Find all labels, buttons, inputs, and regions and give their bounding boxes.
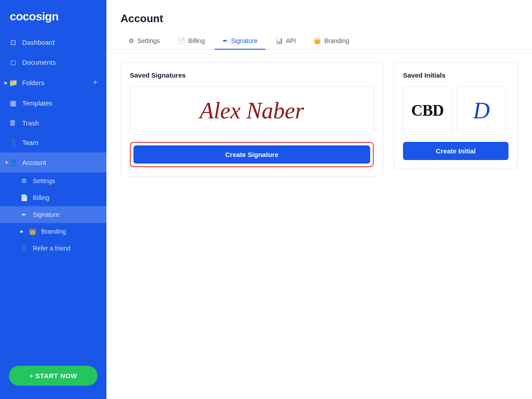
signature-preview-text: Alex Naber — [200, 98, 304, 124]
expand-arrow-account-icon: ▼ — [4, 160, 9, 165]
saved-signatures-card: Saved Signatures Alex Naber Create Signa… — [121, 62, 383, 176]
create-signature-button[interactable]: Create Signature — [133, 145, 370, 164]
tab-api[interactable]: 📊 API — [267, 33, 304, 50]
sidebar-subitem-refer[interactable]: 👤 Refer a friend — [0, 240, 106, 257]
tab-signature[interactable]: ✒ Signature — [215, 33, 266, 50]
trash-icon: 🗑 — [9, 119, 17, 127]
folders-icon: 📁 — [9, 78, 17, 87]
branding-tab-icon: 👑 — [313, 37, 321, 44]
sidebar-item-team[interactable]: 👤 Team — [0, 133, 106, 153]
sidebar-item-dashboard[interactable]: ⊡ Dashboard — [0, 32, 106, 52]
branding-icon: 👑 — [29, 228, 36, 235]
sidebar-subitem-billing[interactable]: 📄 Billing — [0, 189, 106, 206]
account-icon: 👤 — [9, 158, 17, 167]
main-content: Account ⚙ Settings 📄 Billing ✒ Signature… — [106, 0, 532, 399]
initial-item-d: D — [457, 86, 506, 135]
tab-billing[interactable]: 📄 Billing — [170, 33, 213, 50]
sub-item-label: Refer a friend — [33, 245, 70, 252]
sub-item-label: Signature — [33, 211, 59, 218]
sidebar-item-label: Dashboard — [22, 39, 55, 46]
main-header: Account ⚙ Settings 📄 Billing ✒ Signature… — [106, 0, 532, 50]
signature-tab-icon: ✒ — [223, 37, 228, 44]
sidebar-nav: ⊡ Dashboard ◻ Documents ▶ 📁 Folders + ▦ … — [0, 32, 106, 390]
sidebar-item-label: Documents — [22, 59, 56, 66]
saved-initials-title: Saved Initials — [403, 71, 509, 79]
api-tab-icon: 📊 — [275, 37, 283, 44]
documents-icon: ◻ — [9, 58, 17, 66]
sidebar-item-label: Templates — [22, 99, 52, 107]
initial-text-d: D — [473, 98, 490, 124]
sidebar-subitem-branding[interactable]: ▶ 👑 Branding — [0, 223, 106, 240]
saved-initials-card: Saved Initials CBD D Create Initial — [394, 62, 518, 169]
billing-tab-icon: 📄 — [178, 37, 185, 44]
create-initial-button[interactable]: Create Initial — [403, 142, 509, 160]
sidebar-item-label: Team — [22, 139, 39, 146]
initials-list: CBD D — [403, 86, 509, 135]
settings-icon: ⚙ — [20, 177, 27, 184]
sidebar-subitem-settings[interactable]: ⚙ Settings — [0, 172, 106, 189]
create-signature-button-wrapper: Create Signature — [130, 142, 374, 167]
tabs-bar: ⚙ Settings 📄 Billing ✒ Signature 📊 API 👑 — [121, 33, 518, 49]
sub-item-label: Settings — [33, 177, 55, 184]
sidebar-item-templates[interactable]: ▦ Templates — [0, 93, 106, 113]
add-folder-button[interactable]: + — [93, 78, 98, 87]
sub-item-label: Branding — [41, 228, 66, 235]
page-title: Account — [121, 12, 518, 25]
settings-tab-icon: ⚙ — [129, 37, 134, 44]
sidebar-item-label: Folders — [22, 79, 44, 86]
sidebar: cocosign ⊡ Dashboard ◻ Documents ▶ 📁 Fol… — [0, 0, 106, 399]
sub-item-label: Billing — [33, 194, 49, 201]
start-now-button[interactable]: + START NOW — [9, 366, 98, 386]
signature-icon: ✒ — [20, 211, 27, 218]
saved-signatures-title: Saved Signatures — [130, 71, 374, 79]
refer-icon: 👤 — [20, 245, 27, 252]
expand-branding-icon: ▶ — [20, 229, 23, 234]
sidebar-item-label: Account — [22, 159, 46, 166]
app-logo: cocosign — [0, 0, 106, 32]
content-area: Saved Signatures Alex Naber Create Signa… — [106, 50, 532, 189]
templates-icon: ▦ — [9, 99, 17, 107]
tab-branding[interactable]: 👑 Branding — [305, 33, 357, 50]
sidebar-item-folders[interactable]: ▶ 📁 Folders + — [0, 72, 106, 93]
sidebar-item-account[interactable]: ▼ 👤 Account — [0, 153, 106, 172]
tab-settings[interactable]: ⚙ Settings — [121, 33, 168, 50]
sidebar-subitem-signature[interactable]: ✒ Signature — [0, 206, 106, 223]
dashboard-icon: ⊡ — [9, 38, 17, 47]
initial-item-cbd: CBD — [403, 86, 452, 135]
expand-arrow-icon: ▶ — [4, 80, 8, 85]
sidebar-item-trash[interactable]: 🗑 Trash — [0, 113, 106, 133]
team-icon: 👤 — [9, 138, 17, 147]
billing-icon: 📄 — [20, 194, 27, 201]
sidebar-item-documents[interactable]: ◻ Documents — [0, 52, 106, 72]
sidebar-item-label: Trash — [22, 119, 39, 127]
initial-text-cbd: CBD — [411, 101, 443, 120]
signature-preview-box: Alex Naber — [130, 86, 374, 135]
